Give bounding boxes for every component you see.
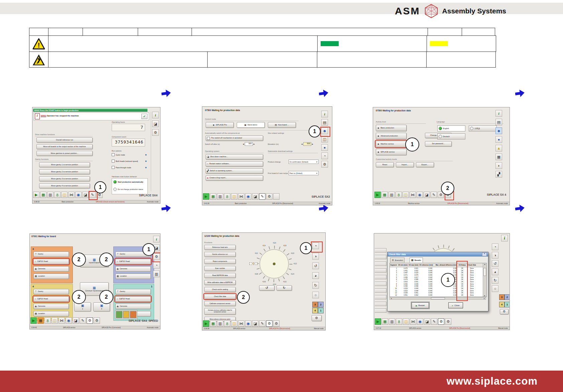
toolbar-icon[interactable]: ◫ <box>231 320 237 327</box>
sidebar-dial-icon[interactable]: ○ <box>492 285 498 292</box>
toolbar-icon[interactable]: ▶ <box>375 318 381 325</box>
panel-button[interactable]: ⊤Gantry <box>33 252 69 257</box>
table-row[interactable]: 12 0.536 0.661 0.040 0.300 OK Done <box>390 292 486 294</box>
toolbar-icon[interactable]: ◫ <box>51 317 58 324</box>
panel-button[interactable]: ⊤Gantry <box>33 289 69 294</box>
function-button[interactable]: Reference head axis <box>204 245 236 250</box>
os-button[interactable]: ▞Switch to operating system... <box>206 168 263 174</box>
switch-after-spinner[interactable]: ◄ 300 ► <box>242 142 255 146</box>
function-button[interactable]: Check nozzle seating <box>204 287 236 292</box>
toolbar-icon[interactable]: ▦ <box>382 318 388 325</box>
toolbar-icon[interactable]: ◫ <box>61 192 68 198</box>
radio-option[interactable]: Do not change production status <box>113 188 143 191</box>
toolbar-icon[interactable] <box>273 193 279 200</box>
function-button[interactable]: Reject components <box>204 259 236 264</box>
first-board-dropdown[interactable]: Pass on (Default)▼ <box>289 171 319 175</box>
panel-button[interactable]: ◉Cameras <box>33 266 69 272</box>
panel-button[interactable]: ○C&P20 Head <box>33 296 69 302</box>
gantry-function-button[interactable]: Move gantry 1 to service position <box>39 162 90 167</box>
function-button[interactable]: Read EEPROM data <box>204 273 236 278</box>
toolbar-icon[interactable]: ▶ <box>30 317 37 324</box>
toolbar-icon[interactable]: ▦ <box>210 320 216 327</box>
switch-off-checkbox-button[interactable]: The switch-off mechanism is activated <box>206 135 263 141</box>
radio[interactable] <box>470 127 473 130</box>
function-button[interactable]: Write calibration data to EEPROM <box>204 280 236 285</box>
toolbar-icon[interactable]: ✎ <box>259 320 265 327</box>
panel-button[interactable]: ○C&P20 Head <box>33 259 69 264</box>
spinner-value[interactable]: 500 <box>303 142 311 146</box>
sidebar-dial-icon[interactable]: ◕ <box>312 272 319 279</box>
toolbar-icon[interactable]: ⚙ <box>273 320 279 327</box>
station-square-3[interactable]: 3 <box>499 294 504 300</box>
sidebar-icon[interactable]: i <box>321 111 328 117</box>
station-square-2[interactable]: 2 <box>504 294 510 300</box>
toolbar-icon[interactable]: ◉ <box>245 320 251 327</box>
sidebar-icon[interactable]: i <box>153 236 160 242</box>
toolbar-icon[interactable]: ✎ <box>431 318 437 325</box>
activity-level-button[interactable]: ☻Advanced production <box>376 133 407 139</box>
radio[interactable] <box>439 135 442 138</box>
checkbox[interactable] <box>112 153 115 156</box>
panel-button[interactable]: ⊤Gantry <box>115 289 151 294</box>
toolbar-icon[interactable]: ◫ <box>403 192 409 198</box>
vertical-scrollbar[interactable]: ▲▼ <box>483 263 486 297</box>
toolbar-icon[interactable]: ▥ <box>47 192 53 198</box>
tab-results[interactable]: ▤Results <box>410 258 423 263</box>
rotate-ccw-button[interactable]: ↺ <box>259 285 274 291</box>
language-option-german[interactable]: Deutsch <box>437 133 465 139</box>
os-button[interactable]: ●Create a bug report... <box>206 175 263 181</box>
column-header[interactable]: CS max [mm] <box>409 264 419 266</box>
sidebar-icon[interactable]: ▦ <box>495 154 502 160</box>
control-mode-button[interactable]: ▣Stand alone <box>237 122 265 128</box>
panel-button[interactable]: ▦Location <box>33 274 69 279</box>
checkbox[interactable] <box>112 160 115 163</box>
toolbar-icon[interactable]: ⚙ <box>266 193 272 200</box>
column-header[interactable]: CS reference [mm] <box>419 264 433 266</box>
drive-function-button[interactable]: Move all boards to the output section of… <box>36 144 93 149</box>
table-row[interactable]: 11 0.523 0.648 0.040 0.300 OK Done <box>390 290 486 292</box>
custom-activity-button[interactable]: Reset <box>376 162 394 167</box>
sidebar-dial-icon[interactable]: ↺ <box>312 263 319 269</box>
checkbox[interactable] <box>207 137 210 140</box>
sidebar-icon[interactable]: i <box>495 110 502 117</box>
sidebar-dial-icon[interactable]: ◑ <box>492 252 498 259</box>
toolbar-icon[interactable]: 8 <box>224 320 230 327</box>
panel-button[interactable]: ▦Location <box>33 311 69 316</box>
toolbar-icon[interactable]: ◫ <box>231 193 237 200</box>
panel-button[interactable]: ◉Cameras <box>33 304 69 309</box>
sidebar-icon[interactable]: ◪ <box>152 120 159 127</box>
panel-button[interactable]: ▦Location <box>115 274 151 279</box>
toolbar-icon[interactable]: ◪ <box>424 192 430 198</box>
toolbar-icon[interactable]: ◉ <box>417 318 423 325</box>
toolbar-icon[interactable]: ▶ <box>33 192 39 198</box>
sidebar-dial-icon[interactable]: ◔ <box>312 242 319 249</box>
panel-button[interactable]: ◉Cameras <box>115 304 151 309</box>
product-change-dropdown[interactable]: On confirmation (Default)▼ <box>289 160 319 164</box>
spinner-down-icon[interactable]: ◄ <box>301 143 303 145</box>
custom-activity-button[interactable]: Export... <box>416 162 434 167</box>
sidebar-icon[interactable]: ⚙ <box>153 253 160 260</box>
function-button[interactable]: Check filter data <box>204 294 236 299</box>
table-row[interactable]: 3 0.487 0.619 0.040 0.300 OK Done <box>390 272 486 274</box>
column-header[interactable]: CS Status <box>458 264 467 266</box>
toolbar-icon[interactable]: ⚙ <box>266 320 272 327</box>
activity-level-button[interactable]: ☻SIPLACE service <box>376 149 407 155</box>
panel-button[interactable]: ○C&P20 Head <box>115 296 151 302</box>
toolbar-icon[interactable]: ✎ <box>89 192 96 198</box>
toolbar-icon[interactable]: ◪ <box>73 317 79 324</box>
toolbar-icon[interactable]: ⚙ <box>445 318 451 325</box>
gantry-function-button[interactable]: Move gantry 3 to service position <box>39 176 90 181</box>
spinner-up-icon[interactable]: ► <box>312 143 314 145</box>
toolbar-icon[interactable]: ⚙ <box>438 318 444 325</box>
column-header[interactable]: Max. allowed difference [mm] <box>433 264 458 266</box>
toolbar-icon[interactable]: ▶ <box>203 193 209 200</box>
toolbar-icon[interactable]: ◉ <box>245 193 251 200</box>
drive-function-button[interactable]: Move gantries to preset position... <box>36 151 93 156</box>
toolbar-icon[interactable]: ⚙ <box>87 317 93 324</box>
toolbar-icon[interactable]: ✎ <box>80 317 86 324</box>
station-square-4[interactable]: 4 <box>499 302 504 307</box>
table-row[interactable]: 10 0.529 0.649 0.040 0.300 OK Done <box>390 287 486 290</box>
sidebar-icon[interactable]: ▤ <box>495 119 502 125</box>
dropdown-arrow-icon[interactable]: ▼ <box>316 172 318 174</box>
sidebar-icon[interactable]: ⚙ <box>152 129 159 136</box>
